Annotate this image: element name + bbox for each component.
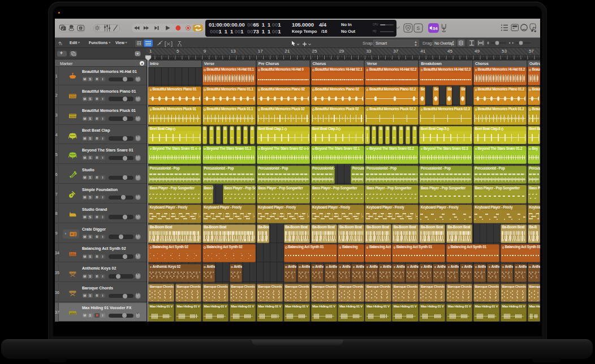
svg-text:34: 34 — [433, 26, 438, 31]
svg-text:S: S — [416, 25, 420, 31]
